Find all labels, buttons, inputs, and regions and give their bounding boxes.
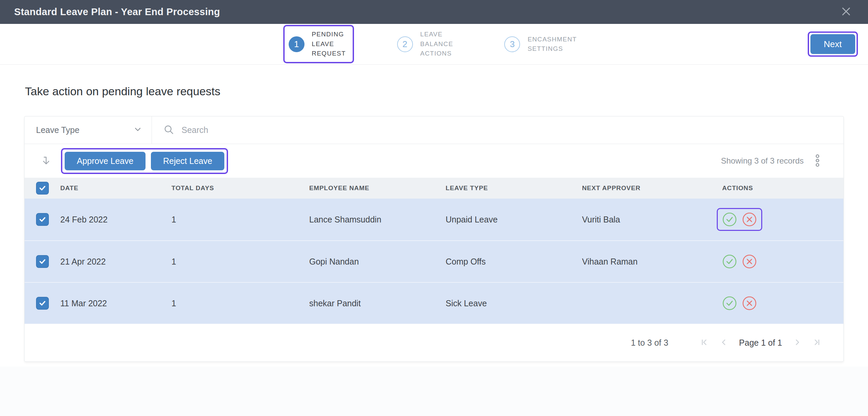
step-3-label: ENCASHMENT SETTINGS (527, 35, 577, 54)
approve-leave-button[interactable]: Approve Leave (65, 152, 146, 170)
reject-icon[interactable] (742, 296, 757, 311)
employee-name-cell: Lance Shamsuddin (309, 215, 445, 224)
previous-page-button[interactable] (714, 338, 734, 348)
row-checkbox-cell (25, 297, 60, 310)
dialog-titlebar: Standard Leave Plan - Year End Processin… (0, 0, 868, 24)
table-body: 24 Feb 20221Lance ShamsuddinUnpaid Leave… (25, 199, 843, 324)
column-header-leave-type[interactable]: LEAVE TYPE (445, 184, 582, 192)
total-days-cell: 1 (172, 257, 309, 267)
leave-type-dropdown[interactable]: Leave Type (25, 116, 152, 144)
row-checkbox[interactable] (36, 255, 49, 268)
sort-button[interactable] (40, 154, 52, 168)
last-page-icon (812, 338, 821, 348)
pagination-page-indicator: Page 1 of 1 (739, 338, 782, 348)
leave-requests-card: Leave Type Approv (24, 116, 844, 362)
bulk-actions-highlight: Approve Leave Reject Leave (61, 148, 228, 174)
records-summary: Showing 3 of 3 records (721, 156, 804, 166)
table-row: 11 Mar 20221shekar PanditSick Leave (25, 282, 843, 324)
step-1-label: PENDING LEAVE REQUEST (312, 30, 346, 59)
chevron-left-icon (719, 338, 728, 348)
kebab-menu-icon (814, 153, 821, 169)
search-icon (163, 124, 174, 136)
actions-cell (722, 250, 843, 273)
column-header-employee-name[interactable]: EMPLOYEE NAME (309, 184, 445, 192)
column-header-date[interactable]: DATE (60, 184, 172, 192)
reject-icon[interactable] (742, 212, 757, 227)
step-encashment-settings[interactable]: 3 ENCASHMENT SETTINGS (499, 30, 585, 59)
dialog-title: Standard Leave Plan - Year End Processin… (14, 6, 220, 18)
date-cell: 24 Feb 2022 (60, 215, 172, 224)
leave-type-cell: Comp Offs (445, 257, 582, 267)
date-cell: 21 Apr 2022 (60, 257, 172, 267)
row-actions (717, 250, 762, 273)
column-header-total-days[interactable]: TOTAL DAYS (172, 184, 309, 192)
table-row: 24 Feb 20221Lance ShamsuddinUnpaid Leave… (25, 199, 843, 240)
actions-cell (722, 208, 843, 231)
leave-type-cell: Unpaid Leave (445, 215, 582, 224)
page-title: Take action on pending leave requests (0, 65, 868, 98)
first-page-button[interactable] (694, 338, 714, 348)
search-input[interactable] (182, 125, 843, 135)
reject-icon[interactable] (742, 254, 757, 269)
next-button-highlight: Next (808, 32, 858, 57)
employee-name-cell: Gopi Nandan (309, 257, 445, 267)
next-button[interactable]: Next (810, 34, 855, 54)
search-box (152, 116, 843, 144)
employee-name-cell: shekar Pandit (309, 299, 445, 308)
chevron-down-icon (133, 125, 142, 136)
row-checkbox[interactable] (36, 213, 49, 226)
table-row: 21 Apr 20221Gopi NandanComp OffsVihaan R… (25, 240, 843, 282)
approve-icon[interactable] (722, 254, 737, 269)
step-2-label: LEAVE BALANCE ACTIONS (421, 30, 453, 59)
filter-bar: Leave Type (25, 116, 843, 144)
column-header-next-approver[interactable]: NEXT APPROVER (582, 184, 722, 192)
step-2-number: 2 (397, 36, 413, 52)
date-cell: 11 Mar 2022 (60, 299, 172, 308)
step-pending-leave-request[interactable]: 1 PENDING LEAVE REQUEST (283, 25, 354, 63)
total-days-cell: 1 (172, 215, 309, 224)
wizard-stepper: 1 PENDING LEAVE REQUEST 2 LEAVE BALANCE … (0, 24, 868, 65)
row-checkbox[interactable] (36, 297, 49, 310)
select-all-checkbox[interactable] (36, 182, 49, 195)
column-header-actions: ACTIONS (722, 184, 843, 192)
step-3-number: 3 (504, 36, 520, 52)
sort-arrow-down-icon (40, 154, 52, 168)
row-checkbox-cell (25, 213, 60, 226)
row-actions (717, 292, 762, 315)
last-page-button[interactable] (807, 338, 827, 348)
next-approver-cell: Vuriti Bala (582, 215, 722, 224)
main-content: Take action on pending leave requests Le… (0, 65, 868, 367)
actions-cell (722, 292, 843, 315)
row-checkbox-cell (25, 255, 60, 268)
reject-leave-button[interactable]: Reject Leave (151, 152, 224, 170)
pagination-bar: 1 to 3 of 3 Page 1 of 1 (25, 324, 843, 361)
table-header-row: DATE TOTAL DAYS EMPLOYEE NAME LEAVE TYPE… (25, 178, 843, 199)
close-icon (840, 5, 852, 19)
pagination-range: 1 to 3 of 3 (631, 338, 668, 348)
approve-icon[interactable] (722, 296, 737, 311)
total-days-cell: 1 (172, 299, 309, 308)
approve-icon[interactable] (722, 212, 737, 227)
row-actions-highlighted (717, 208, 762, 231)
close-button[interactable] (838, 4, 854, 20)
chevron-right-icon (793, 338, 802, 348)
first-page-icon (700, 338, 709, 348)
table-options-button[interactable] (814, 153, 821, 169)
leave-type-label: Leave Type (36, 125, 80, 135)
leave-type-cell: Sick Leave (445, 299, 582, 308)
table-toolbar: Approve Leave Reject Leave Showing 3 of … (25, 144, 843, 178)
step-leave-balance-actions[interactable]: 2 LEAVE BALANCE ACTIONS (392, 25, 461, 63)
step-1-number: 1 (289, 36, 305, 52)
next-approver-cell: Vihaan Raman (582, 257, 722, 267)
next-page-button[interactable] (787, 338, 807, 348)
